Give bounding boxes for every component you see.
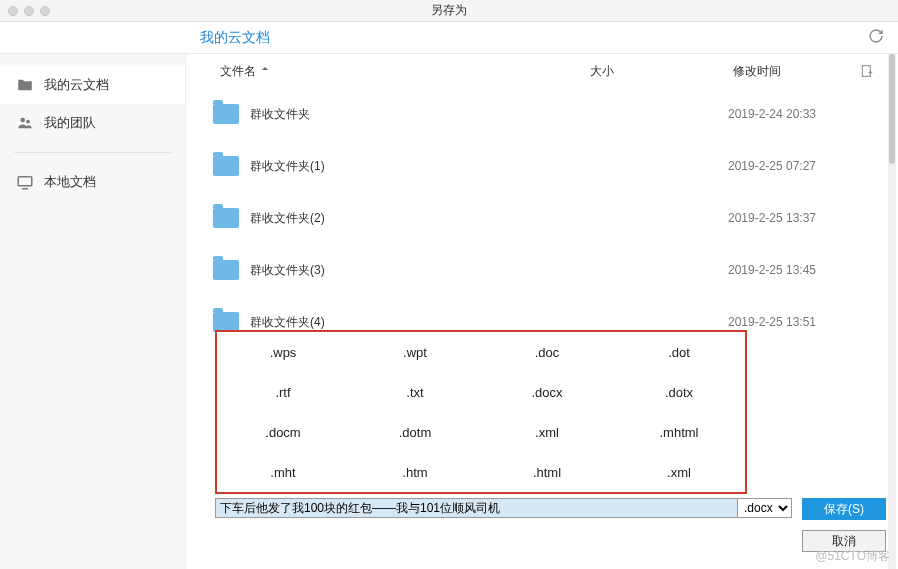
svg-point-0 bbox=[21, 118, 26, 123]
col-name[interactable]: 文件名 bbox=[202, 63, 542, 80]
file-time: 2019-2-24 20:33 bbox=[662, 107, 882, 121]
save-button[interactable]: 保存(S) bbox=[802, 498, 886, 520]
folder-icon bbox=[213, 104, 239, 124]
file-time: 2019-2-25 13:51 bbox=[662, 315, 882, 329]
extension-option[interactable]: .xml bbox=[613, 452, 745, 492]
divider bbox=[14, 152, 171, 153]
refresh-icon[interactable] bbox=[868, 28, 884, 48]
extension-option[interactable]: .mhtml bbox=[613, 412, 745, 452]
sidebar-item-cloud-docs[interactable]: 我的云文档 bbox=[0, 66, 185, 104]
breadcrumb[interactable]: 我的云文档 bbox=[200, 29, 270, 47]
extension-option[interactable]: .xml bbox=[481, 412, 613, 452]
filename-input[interactable] bbox=[216, 499, 737, 517]
extension-option[interactable]: .rtf bbox=[217, 372, 349, 412]
sidebar-item-local-docs[interactable]: 本地文档 bbox=[0, 163, 185, 201]
extension-option[interactable]: .wpt bbox=[349, 332, 481, 372]
col-time[interactable]: 修改时间 bbox=[662, 63, 852, 80]
extension-option[interactable]: .dotx bbox=[613, 372, 745, 412]
col-size[interactable]: 大小 bbox=[542, 63, 662, 80]
folder-icon bbox=[213, 156, 239, 176]
column-headers: 文件名 大小 修改时间 bbox=[186, 54, 898, 88]
file-time: 2019-2-25 13:45 bbox=[662, 263, 882, 277]
extension-option[interactable]: .dot bbox=[613, 332, 745, 372]
table-row[interactable]: 群收文件夹 2019-2-24 20:33 bbox=[186, 88, 898, 140]
svg-rect-3 bbox=[862, 66, 870, 77]
extension-option[interactable]: .doc bbox=[481, 332, 613, 372]
sidebar-item-label: 本地文档 bbox=[44, 173, 96, 191]
table-row[interactable]: 群收文件夹(3) 2019-2-25 13:45 bbox=[186, 244, 898, 296]
svg-point-1 bbox=[26, 120, 30, 124]
extension-option[interactable]: .mht bbox=[217, 452, 349, 492]
folder-icon bbox=[213, 208, 239, 228]
file-time: 2019-2-25 13:37 bbox=[662, 211, 882, 225]
extension-option[interactable]: .docx bbox=[481, 372, 613, 412]
scrollbar-thumb[interactable] bbox=[889, 54, 895, 164]
window-controls bbox=[0, 6, 50, 16]
sidebar: 我的云文档 我的团队 本地文档 bbox=[0, 54, 186, 569]
file-name: 群收文件夹(2) bbox=[250, 210, 542, 227]
file-list: 群收文件夹 2019-2-24 20:33 群收文件夹(1) 2019-2-25… bbox=[186, 88, 898, 569]
toolbar: 我的云文档 bbox=[0, 22, 898, 54]
device-icon bbox=[16, 173, 34, 191]
file-name: 群收文件夹(1) bbox=[250, 158, 542, 175]
watermark: @51CTO博客 bbox=[815, 548, 890, 565]
folder-icon bbox=[16, 76, 34, 94]
folder-icon bbox=[213, 312, 239, 332]
extension-option[interactable]: .html bbox=[481, 452, 613, 492]
zoom-icon[interactable] bbox=[40, 6, 50, 16]
sort-icon bbox=[260, 66, 270, 76]
minimize-icon[interactable] bbox=[24, 6, 34, 16]
file-name: 群收文件夹 bbox=[250, 106, 542, 123]
extension-option[interactable]: .docm bbox=[217, 412, 349, 452]
extension-option[interactable]: .dotm bbox=[349, 412, 481, 452]
extension-option[interactable]: .wps bbox=[217, 332, 349, 372]
sidebar-item-team[interactable]: 我的团队 bbox=[0, 104, 185, 142]
close-icon[interactable] bbox=[8, 6, 18, 16]
file-time: 2019-2-25 07:27 bbox=[662, 159, 882, 173]
window-title: 另存为 bbox=[431, 2, 467, 19]
filename-row: .docx bbox=[215, 498, 792, 518]
table-row[interactable]: 群收文件夹(1) 2019-2-25 07:27 bbox=[186, 140, 898, 192]
sidebar-item-label: 我的团队 bbox=[44, 114, 96, 132]
new-folder-icon[interactable] bbox=[852, 63, 882, 79]
extension-option[interactable]: .htm bbox=[349, 452, 481, 492]
titlebar: 另存为 bbox=[0, 0, 898, 22]
extension-select[interactable]: .docx bbox=[737, 499, 791, 517]
extension-option[interactable]: .txt bbox=[349, 372, 481, 412]
scrollbar[interactable] bbox=[888, 54, 896, 569]
bottom-bar: .docx 保存(S) 取消 bbox=[215, 498, 886, 552]
file-name: 群收文件夹(3) bbox=[250, 262, 542, 279]
extension-grid: .wps.wpt.doc.dot.rtf.txt.docx.dotx.docm.… bbox=[215, 330, 747, 494]
folder-icon bbox=[213, 260, 239, 280]
table-row[interactable]: 群收文件夹(2) 2019-2-25 13:37 bbox=[186, 192, 898, 244]
svg-rect-2 bbox=[18, 177, 32, 186]
file-name: 群收文件夹(4) bbox=[250, 314, 542, 331]
sidebar-item-label: 我的云文档 bbox=[44, 76, 109, 94]
team-icon bbox=[16, 114, 34, 132]
